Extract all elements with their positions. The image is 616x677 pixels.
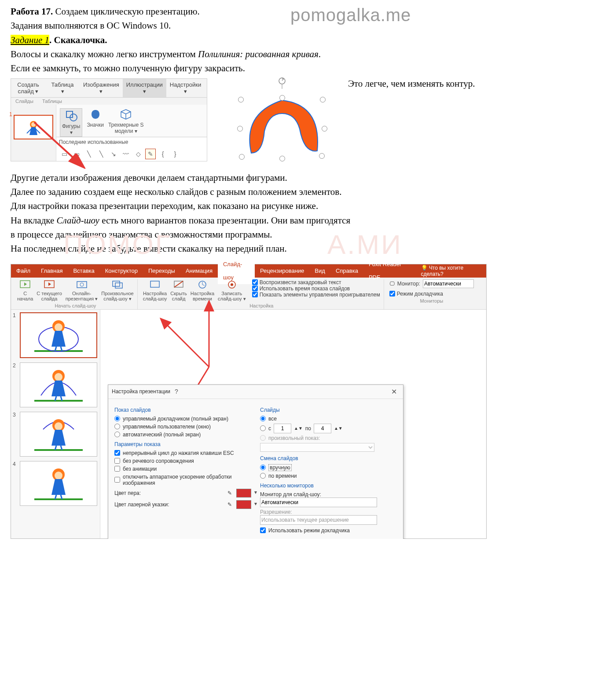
thumb-2[interactable]: 2 [14, 362, 97, 407]
icons-button[interactable]: Значки [87, 108, 104, 137]
custom-show-button[interactable]: Произвольное слайд-шоу ▾ [101, 279, 133, 302]
tab-file[interactable]: Файл [11, 264, 36, 278]
p2-l4: На вкладке Слайд-шоу есть много варианто… [11, 214, 605, 227]
help-icon[interactable]: ? [170, 388, 183, 395]
svg-point-26 [55, 323, 62, 331]
thumb-3[interactable]: 3 [14, 412, 97, 457]
sel-handle[interactable] [238, 97, 244, 102]
from-current-button[interactable]: С текущего слайда [37, 279, 62, 302]
ribbon-btn-images[interactable]: Изображения ▾ [80, 79, 123, 97]
custom-show-select[interactable] [260, 443, 374, 452]
group-label-setup: Настройка [143, 303, 380, 308]
change-manual[interactable]: вручную [260, 464, 397, 471]
pen-color-icon: ✎ [227, 490, 232, 496]
record-button[interactable]: Записать слайд-шоу ▾ [218, 279, 246, 302]
setup-show-button[interactable]: Настройка слайд-шоу [143, 279, 167, 302]
3dmodels-button[interactable]: Трехмерные S модели ▾ [108, 108, 144, 137]
param-no-animation[interactable]: без анимации [114, 466, 251, 472]
shape-curve[interactable]: 〰 [121, 149, 131, 159]
shape-line2[interactable]: ╲ [96, 149, 106, 159]
param-no-narration[interactable]: без речевого сопровождения [114, 458, 251, 464]
p2-l5: в процессе дальнейшего знакомства с возм… [11, 228, 605, 241]
ribbon-btn-addins[interactable]: Надстройки ▾ [166, 79, 205, 97]
rehearse-button[interactable]: Настройка времени [191, 279, 214, 302]
sel-handle[interactable] [237, 126, 243, 132]
ribbon-btn-table[interactable]: Таблица ▾ [45, 79, 80, 97]
monitor-icon: 🖵 [389, 281, 395, 287]
shape-brace2[interactable]: } [170, 149, 180, 159]
tab-animations[interactable]: Анимация [180, 264, 218, 278]
sel-handle[interactable] [239, 154, 245, 160]
hide-slide-button[interactable]: Скрыть слайд [170, 279, 187, 302]
from-beginning-button[interactable]: С начала [17, 279, 33, 302]
show-opt-window[interactable]: управляемый пользователем (окно) [114, 424, 251, 430]
ribbon-btn-illustrations[interactable]: Иллюстрации ▾ [123, 79, 166, 97]
sec-change: Смена слайдов [260, 455, 397, 461]
sec-params: Параметры показа [114, 441, 251, 447]
tab-transitions[interactable]: Переходы [143, 264, 180, 278]
sel-handle[interactable] [279, 156, 285, 161]
slides-custom[interactable]: произвольный показ: [260, 435, 397, 441]
shapes-button[interactable]: Фигуры ▾ [60, 108, 82, 137]
icons-icon [89, 108, 102, 121]
svg-line-45 [161, 318, 209, 367]
use-timings-check[interactable]: Использовать время показа слайдов [252, 285, 380, 292]
param-loop[interactable]: непрерывный цикл до нажатия клавиши ESC [114, 450, 251, 456]
online-present-button[interactable]: Онлайн- презентация ▾ [66, 279, 98, 302]
pen-color-field[interactable]: Цвет пера:✎ [114, 489, 251, 498]
group-label-start: Начать слайд-шоу [17, 303, 134, 308]
laser-color-field[interactable]: Цвет лазерной указки:✎ [114, 500, 251, 509]
ribbon-insert: Создать слайд ▾ Таблица ▾ Изображения ▾ … [11, 78, 207, 161]
sec-monitors: Несколько мониторов [260, 483, 397, 489]
sel-handle[interactable] [320, 97, 326, 102]
shape-scribble[interactable]: ✎ [145, 149, 156, 159]
to-input[interactable] [314, 424, 331, 433]
use-presenter-check[interactable]: Использовать режим докладчика [260, 527, 397, 534]
thumb-1[interactable]: 1 [14, 312, 97, 358]
shape-brace[interactable]: { [158, 149, 168, 159]
play-narration-check[interactable]: Воспроизвести закадровый текст [252, 279, 380, 285]
show-opt-presenter[interactable]: управляемый докладчиком (полный экран) [114, 416, 251, 422]
rotate-handle-icon[interactable] [278, 77, 286, 90]
tab-home[interactable]: Главная [36, 264, 68, 278]
thumb-1[interactable] [14, 115, 53, 139]
tab-review[interactable]: Рецензирование [255, 264, 309, 278]
monitor-input[interactable] [423, 279, 474, 288]
shape-line[interactable]: ╲ [84, 149, 94, 159]
sel-handle[interactable] [322, 126, 327, 132]
monitor-select[interactable] [260, 498, 377, 507]
close-icon[interactable]: ✕ [389, 388, 400, 396]
shape-rect[interactable]: ▭ [71, 149, 82, 159]
slides-all[interactable]: все [260, 416, 397, 422]
svg-rect-13 [113, 281, 120, 286]
tab-view[interactable]: Вид [309, 264, 330, 278]
tab-design[interactable]: Конструктор [100, 264, 143, 278]
tab-insert[interactable]: Вставка [68, 264, 99, 278]
show-controls-check[interactable]: Показать элементы управления проигрывате… [252, 292, 380, 298]
resolution-select[interactable] [260, 515, 377, 525]
monitor-field[interactable]: 🖵 Монитор: [389, 279, 474, 288]
monitor-for-label: Монитор для слайд-шоу: [260, 491, 397, 498]
presenter-mode-check[interactable]: Режим докладчика [389, 291, 474, 297]
illustrations-dropdown: Фигуры ▾ Значки Трехмерные S модели ▾ По… [56, 105, 207, 161]
from-input[interactable] [274, 424, 291, 433]
group-tables: Таблицы [38, 98, 66, 105]
param-no-hwaccel[interactable]: отключить аппаратное ускорение обработки… [114, 474, 251, 486]
ribbon-btn-newslide[interactable]: Создать слайд ▾ [11, 79, 45, 97]
tell-me-field[interactable]: 💡 Что вы хотите сделать? [415, 265, 486, 277]
svg-line-17 [174, 281, 183, 287]
shapes-icon [65, 110, 78, 122]
slides-range[interactable]: с ▲▼ по ▲▼ [260, 424, 397, 433]
p2-l3: Для настройки показа презентации переход… [11, 200, 605, 212]
svg-point-36 [55, 422, 62, 430]
tab-help[interactable]: Справка [330, 264, 363, 278]
setup-show-dialog: Настройка презентации ? ✕ Показ слайдов … [108, 384, 403, 539]
change-timed[interactable]: по времени [260, 473, 397, 479]
shape-arrow[interactable]: ↘ [108, 149, 119, 159]
shape-textbox[interactable]: ▭ [59, 149, 70, 159]
show-opt-kiosk[interactable]: автоматический (полный экран) [114, 432, 251, 438]
thumb-4[interactable]: 4 [14, 461, 97, 506]
shape-freeform[interactable]: ◇ [133, 149, 143, 159]
sel-handle[interactable] [279, 95, 285, 101]
sel-handle[interactable] [319, 153, 325, 159]
